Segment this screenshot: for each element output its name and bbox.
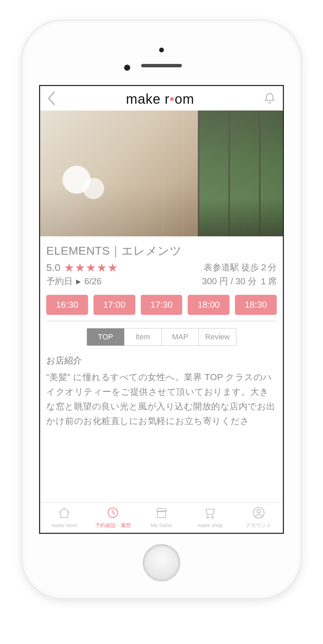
- time-slot-list: 16:30 17:00 17:30 18:00 18:30: [46, 295, 277, 315]
- app-screen: make r•om ELEMENTS｜エレメンツ 5.0 ★★★★★ 表参道駅 …: [39, 85, 284, 534]
- device-top-dot: [159, 48, 164, 52]
- reserve-date-value: 6/26: [84, 276, 102, 287]
- device-front-camera: [124, 65, 130, 71]
- rating-value: 5.0: [46, 262, 61, 273]
- time-slot-button[interactable]: 17:00: [94, 295, 135, 315]
- salon-hero-image: [40, 111, 283, 236]
- rating-stars-icon: ★★★★★: [64, 262, 118, 273]
- tab-item[interactable]: Item: [124, 328, 162, 345]
- device-speaker: [141, 64, 182, 67]
- back-button[interactable]: [47, 91, 57, 107]
- nav-my-salon[interactable]: My Salon: [137, 503, 186, 533]
- home-icon: [57, 506, 71, 521]
- device-frame: make r•om ELEMENTS｜エレメンツ 5.0 ★★★★★ 表参道駅 …: [22, 20, 301, 598]
- reserve-date-picker[interactable]: 予約日 ▶ 6/26: [46, 275, 102, 287]
- salon-detail: ELEMENTS｜エレメンツ 5.0 ★★★★★ 表参道駅 徒歩２分 予約日 ▶…: [40, 236, 283, 428]
- divider: [46, 321, 277, 321]
- app-title-post: om: [175, 91, 194, 106]
- app-title-pre: make r: [126, 91, 170, 106]
- time-slot-button[interactable]: 18:30: [235, 295, 277, 315]
- nav-label: make room: [52, 522, 77, 528]
- description-body: “美髪” に憧れるすべての女性へ。業界 TOP クラスのハイクオリティーをご提供…: [46, 370, 277, 428]
- tab-map[interactable]: MAP: [162, 328, 199, 345]
- nav-label: 予約確認・履歴: [95, 522, 131, 529]
- storefront-icon: [154, 506, 169, 521]
- salon-name: ELEMENTS｜エレメンツ: [46, 243, 277, 259]
- nav-label: アカウント: [246, 522, 271, 529]
- station-info: 表参道駅 徒歩２分: [204, 261, 277, 273]
- nav-account[interactable]: アカウント: [234, 503, 283, 533]
- nav-make-shop[interactable]: make shop: [186, 503, 234, 533]
- cart-icon: [203, 506, 217, 521]
- time-slot-button[interactable]: 17:30: [141, 295, 183, 315]
- bottom-nav: make room 予約確認・履歴 My Salon make shop: [40, 502, 283, 533]
- description-heading: お店紹介: [46, 355, 277, 367]
- nav-label: My Salon: [151, 522, 172, 528]
- time-slot-button[interactable]: 16:30: [46, 295, 88, 315]
- detail-tabs: TOP Item MAP Review: [87, 328, 236, 346]
- nav-make-room[interactable]: make room: [40, 503, 89, 533]
- price-info: 300 円 / 30 分 １席: [202, 275, 277, 287]
- time-slot-button[interactable]: 18:00: [188, 295, 230, 315]
- nav-reservation-history[interactable]: 予約確認・履歴: [89, 503, 137, 533]
- svg-point-2: [257, 509, 260, 513]
- reserve-label-text: 予約日: [46, 275, 73, 287]
- play-triangle-icon: ▶: [76, 278, 81, 285]
- tab-review[interactable]: Review: [199, 328, 236, 345]
- rating-row: 5.0 ★★★★★ 表参道駅 徒歩２分: [46, 261, 277, 273]
- tab-top[interactable]: TOP: [87, 328, 124, 345]
- device-home-button[interactable]: [143, 544, 180, 581]
- app-header: make r•om: [40, 86, 283, 111]
- reserve-row: 予約日 ▶ 6/26 300 円 / 30 分 １席: [46, 275, 277, 287]
- app-title-dot-icon: •: [170, 91, 175, 106]
- clock-icon: [106, 506, 120, 521]
- notifications-button[interactable]: [263, 92, 276, 106]
- nav-label: make shop: [198, 522, 222, 528]
- user-icon: [252, 506, 266, 521]
- app-title: make r•om: [126, 91, 194, 107]
